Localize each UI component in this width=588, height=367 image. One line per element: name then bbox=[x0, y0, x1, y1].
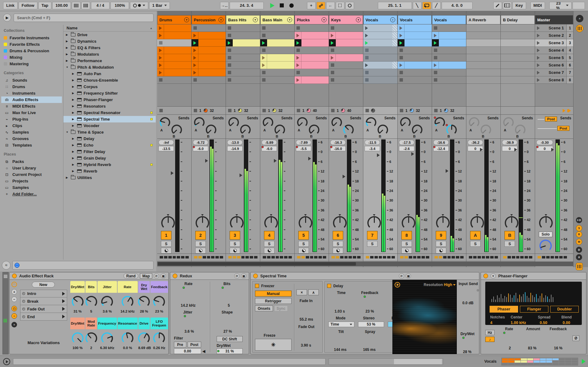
collection-item-mastering[interactable]: Mastering bbox=[1, 61, 62, 67]
cue-post-button[interactable]: Post bbox=[545, 117, 557, 122]
volume-field[interactable]: -5.5 bbox=[296, 146, 311, 151]
horizontal-scrollbar[interactable] bbox=[157, 262, 573, 266]
macro-knob[interactable] bbox=[138, 296, 150, 308]
volume-fader-handle[interactable] bbox=[514, 148, 517, 151]
scene-row-2[interactable]: Scene 22 bbox=[535, 32, 573, 39]
macro-knobs-toggle-icon[interactable]: ◠ bbox=[11, 282, 17, 287]
volume-field[interactable]: -6.0 bbox=[193, 146, 208, 151]
stop-clip-icon[interactable] bbox=[228, 109, 231, 112]
clip-slot[interactable] bbox=[501, 62, 535, 69]
track-activator-button[interactable]: 3 bbox=[230, 231, 240, 240]
track-activator-button[interactable]: 1 bbox=[161, 231, 171, 240]
master-header[interactable]: Master bbox=[535, 15, 573, 24]
macro-knob[interactable] bbox=[72, 296, 84, 308]
browser-item-performance[interactable]: ▶Performance bbox=[63, 58, 156, 64]
clip-slot[interactable] bbox=[466, 54, 500, 62]
sync-button[interactable]: Sync bbox=[274, 305, 288, 311]
send-a-knob[interactable] bbox=[435, 117, 445, 128]
nudge-down-button[interactable] bbox=[72, 2, 80, 9]
clip-slot[interactable] bbox=[466, 62, 500, 69]
expand-caret[interactable]: ▶ bbox=[66, 33, 69, 36]
send-b-knob[interactable] bbox=[206, 125, 216, 135]
jitter-knob[interactable] bbox=[184, 316, 196, 327]
stop-all-clips-icon[interactable] bbox=[563, 109, 565, 113]
clip-slot[interactable] bbox=[329, 47, 363, 54]
stop-clip-icon[interactable] bbox=[331, 109, 335, 112]
feedback-knob[interactable] bbox=[552, 332, 564, 345]
variation-row-fade-out[interactable]: Fade Out bbox=[20, 305, 67, 313]
solo-button[interactable]: S bbox=[470, 241, 481, 247]
browser-item-corpus[interactable]: ▶Corpus bbox=[63, 83, 156, 90]
collection-item-favorite-effects[interactable]: Favorite Effects bbox=[1, 41, 62, 48]
track-activator-button[interactable]: 9 bbox=[436, 231, 446, 240]
clip-launch-button[interactable] bbox=[157, 54, 164, 61]
sidebar-item-max-for-live[interactable]: ▭Max for Live bbox=[1, 109, 62, 116]
clip-launch-button[interactable] bbox=[157, 69, 164, 76]
volume-field[interactable]: -13.5 bbox=[158, 146, 174, 151]
clip-slot[interactable] bbox=[501, 76, 535, 84]
fold-icon[interactable]: ▼ bbox=[491, 273, 496, 279]
clip-launch-button[interactable] bbox=[295, 32, 301, 39]
expand-caret[interactable]: ▶ bbox=[72, 157, 75, 160]
rate-knob[interactable] bbox=[504, 332, 516, 345]
similar-search-button[interactable]: ≈ bbox=[2, 261, 11, 270]
send-b-knob[interactable] bbox=[378, 125, 388, 135]
variation-launch-icon[interactable] bbox=[62, 292, 65, 296]
track-header-b-delay-11[interactable]: B Delay bbox=[501, 15, 535, 24]
solo-button[interactable]: S bbox=[161, 241, 171, 247]
macro-knob[interactable] bbox=[153, 332, 165, 344]
scene-row-8[interactable]: Scene 88 bbox=[535, 76, 573, 84]
browser-item-resonators[interactable]: ▶Resonators bbox=[63, 103, 156, 109]
sidebar-item-sounds[interactable]: ♫Sounds bbox=[1, 77, 62, 83]
stereo-field[interactable]: 53 % bbox=[358, 322, 384, 327]
track-activator-button[interactable]: B bbox=[504, 231, 515, 240]
retrigger-button[interactable]: Retrigger bbox=[255, 298, 292, 304]
sidebar-item-user-library[interactable]: ○User Library bbox=[1, 165, 62, 171]
track-header-keys-6[interactable]: Keys▼ bbox=[329, 15, 363, 24]
clip-slot[interactable] bbox=[192, 39, 226, 47]
browser-item-time-space[interactable]: ▼Time & Space bbox=[63, 129, 156, 135]
scrollbar-handle[interactable] bbox=[158, 262, 356, 266]
chain-list-icon[interactable]: ≡ bbox=[11, 322, 17, 327]
manual-button[interactable]: Manual bbox=[255, 291, 292, 297]
volume-field[interactable]: -2.6 bbox=[399, 146, 414, 151]
browser-item-frequency-shifter[interactable]: ▶Frequency Shifter bbox=[63, 90, 156, 96]
save-preset-icon[interactable]: ▣ bbox=[406, 273, 411, 279]
playing-clip-button[interactable] bbox=[398, 39, 404, 46]
scene-menu-button[interactable]: ≡ bbox=[576, 15, 583, 22]
clip-slot[interactable] bbox=[432, 32, 466, 39]
scene-launch-icon[interactable] bbox=[537, 41, 540, 45]
scene-launch-icon[interactable] bbox=[537, 34, 540, 37]
browser-item-drive[interactable]: ▶Drive bbox=[63, 32, 156, 38]
macro-knob[interactable] bbox=[153, 296, 165, 308]
clip-slot[interactable] bbox=[157, 32, 191, 39]
dry-wet-field[interactable]: 31 % bbox=[217, 348, 243, 354]
arm-button[interactable] bbox=[161, 248, 171, 254]
track-header-a-reverb-10[interactable]: A Reverb bbox=[466, 15, 500, 24]
clip-slot[interactable] bbox=[466, 39, 500, 47]
track-activator-button[interactable]: A bbox=[470, 231, 481, 240]
collection-item-favorite-instruments[interactable]: Favorite Instruments bbox=[1, 35, 62, 41]
onsets-button[interactable]: Onsets bbox=[255, 305, 273, 311]
rate-value[interactable]: 2 bbox=[509, 346, 511, 350]
clip-slot[interactable] bbox=[329, 39, 363, 47]
mixer-toggle-button[interactable]: M bbox=[576, 239, 582, 245]
filter-post-button[interactable]: Post bbox=[188, 342, 201, 348]
link-button[interactable]: Link bbox=[3, 2, 18, 9]
variation-row-intro[interactable]: Intro bbox=[20, 290, 67, 297]
device-header[interactable]: Spectral Time ⟳▣ bbox=[251, 272, 479, 280]
send-a-knob[interactable] bbox=[366, 117, 376, 128]
browser-item-spectral-resonator[interactable]: ▶Spectral Resonator bbox=[63, 109, 156, 116]
clip-slot[interactable] bbox=[157, 62, 191, 69]
pan-knob[interactable] bbox=[539, 214, 553, 230]
peak-level-field[interactable]: -16.6 bbox=[433, 140, 449, 145]
expand-caret[interactable]: ▶ bbox=[72, 144, 75, 147]
browser-item-pitch-modulation[interactable]: ▼Pitch & Modulation bbox=[63, 64, 156, 70]
solo-button[interactable]: S bbox=[195, 241, 206, 247]
clip-slot[interactable] bbox=[501, 39, 535, 47]
playing-clip-button[interactable] bbox=[295, 39, 301, 46]
macro-knob[interactable] bbox=[85, 332, 97, 344]
collection-item-mixing[interactable]: Mixing bbox=[1, 54, 62, 61]
browser-item-reverb[interactable]: ▶Reverb bbox=[63, 168, 156, 174]
clip-slot[interactable] bbox=[363, 76, 397, 84]
